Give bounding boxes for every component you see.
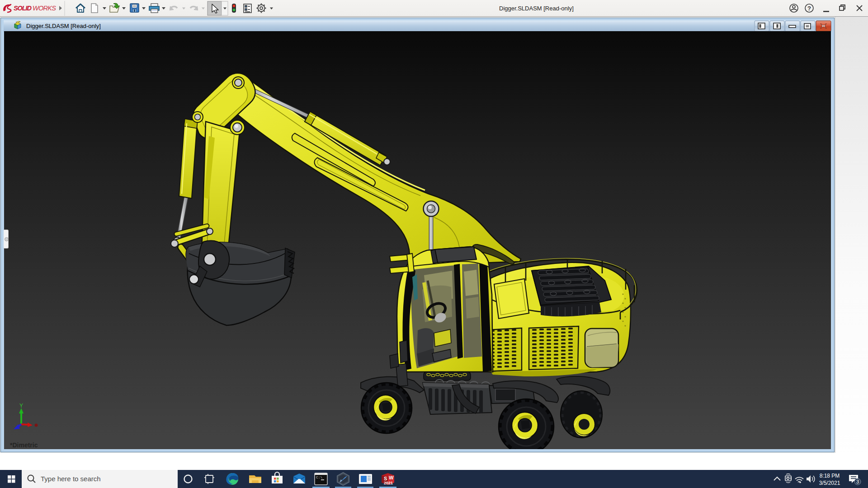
svg-text:3/5/2021: 3/5/2021 bbox=[819, 480, 840, 486]
svg-text:Type here to search: Type here to search bbox=[41, 475, 101, 483]
svg-text:SOLID: SOLID bbox=[14, 5, 32, 12]
svg-text:8:18 PM: 8:18 PM bbox=[820, 473, 840, 479]
svg-text:*Dimetric: *Dimetric bbox=[10, 441, 38, 449]
svg-text:2021: 2021 bbox=[384, 481, 393, 485]
svg-text:W: W bbox=[389, 475, 394, 480]
svg-text:?: ? bbox=[807, 5, 811, 12]
svg-text:3: 3 bbox=[856, 479, 859, 484]
svg-text:WORKS: WORKS bbox=[33, 5, 56, 12]
svg-text:Y: Y bbox=[19, 403, 23, 409]
svg-text:C:\: C:\ bbox=[316, 475, 323, 479]
svg-text:Digger.SLDASM [Read-only]: Digger.SLDASM [Read-only] bbox=[26, 23, 101, 29]
